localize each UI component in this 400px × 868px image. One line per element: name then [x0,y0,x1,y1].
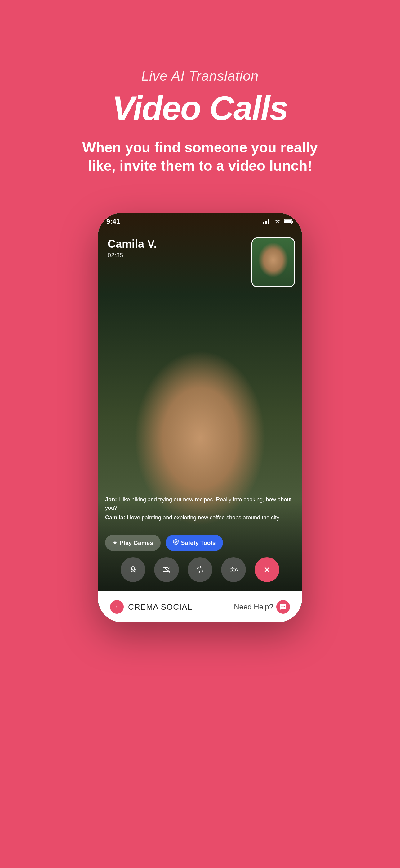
chat-line-2: Camila: I love painting and exploring ne… [105,514,295,522]
chat-line-1: Jon: I like hiking and trying out new re… [105,495,295,512]
page-container: Live AI Translation Video Calls When you… [0,0,400,868]
action-buttons-row: ✦ Play Games Safety Tools [105,535,295,551]
toggle-video-button[interactable] [154,557,179,582]
chat-icon [279,603,287,611]
self-video-thumbnail [252,238,295,287]
svg-rect-5 [284,220,291,223]
phone-outer-shell: 9:41 [98,213,302,622]
flip-camera-button[interactable] [188,557,212,582]
play-games-label: Play Games [120,539,153,547]
hero-title: Video Calls [79,90,321,126]
chat-speaker-1: Jon: [105,496,117,503]
safety-tools-label: Safety Tools [181,539,216,547]
phone-mockup: 9:41 [98,213,302,622]
mic-off-icon [129,565,137,574]
brand-suffix: SOCIAL [158,602,192,612]
svg-rect-0 [263,222,264,224]
chat-bubble-icon [276,600,290,614]
mute-mic-button[interactable] [121,557,145,582]
svg-point-17 [284,606,285,607]
brand-name-text: CREMA SOCIAL [128,602,192,612]
caller-info: Camila V. 02:35 [108,238,157,259]
svg-rect-4 [292,221,293,223]
svg-rect-2 [268,219,269,224]
call-duration: 02:35 [108,252,157,259]
end-call-button[interactable] [255,557,279,582]
branding-left: C CREMA SOCIAL [110,600,192,614]
svg-rect-1 [265,221,267,224]
safety-tools-button[interactable]: Safety Tools [166,535,223,551]
video-status-bar: 9:41 [106,218,294,226]
hero-description: When you find someone you really like, i… [79,138,321,176]
video-off-icon [162,565,171,574]
status-icons [263,219,294,224]
end-call-icon [263,565,271,574]
play-games-button[interactable]: ✦ Play Games [105,535,161,551]
signal-icon [263,219,271,224]
wifi-icon [274,219,281,224]
self-video-face [253,239,294,286]
svg-text:文A: 文A [230,567,238,572]
need-help-section[interactable]: Need Help? [234,600,290,614]
svg-point-15 [281,606,282,607]
caller-name: Camila V. [108,238,157,251]
chat-speaker-2: Camila: [105,515,125,521]
chat-message-1: I like hiking and trying out new recipes… [105,496,292,511]
controls-row: 文A [98,557,302,582]
hero-subtitle: Live AI Translation [79,68,321,84]
phone-bottom-bar: C CREMA SOCIAL Need Help? [98,591,302,622]
need-help-text: Need Help? [234,602,273,611]
video-screen: 9:41 [98,213,302,622]
chat-message-2: I love painting and exploring new coffee… [127,515,280,521]
crema-logo-icon: C [112,602,122,612]
status-time: 9:41 [106,218,120,226]
battery-icon [284,219,294,224]
brand-main: CREMA [128,602,158,612]
shield-icon [173,539,178,547]
svg-text:C: C [116,605,119,610]
translate-icon: 文A [229,565,238,574]
hero-section: Live AI Translation Video Calls When you… [54,0,346,194]
translate-button[interactable]: 文A [221,557,246,582]
games-icon: ✦ [112,539,117,547]
chat-transcript: Jon: I like hiking and trying out new re… [105,495,295,523]
flip-camera-icon [196,565,204,574]
brand-logo: C [110,600,124,614]
svg-point-16 [283,606,284,607]
